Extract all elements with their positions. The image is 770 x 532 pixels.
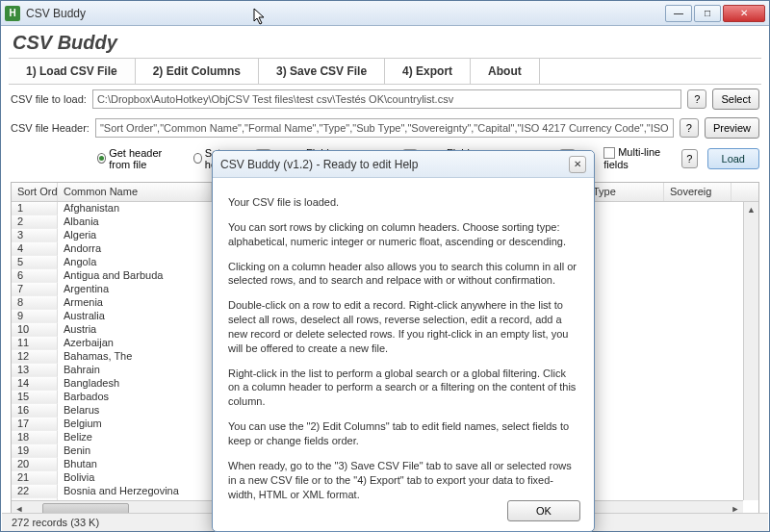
row-name: Antigua and Barbuda — [58, 269, 212, 283]
row-number: 8 — [12, 296, 58, 310]
row-name: Argentina — [58, 283, 212, 296]
row-name: Bahrain — [58, 364, 212, 377]
row-name: Algeria — [58, 229, 212, 242]
multiline-help[interactable]: ? — [681, 149, 698, 168]
row-number: 15 — [12, 391, 58, 404]
row-name: Austria — [58, 323, 212, 337]
row-name: Andorra — [58, 242, 212, 256]
row-number: 4 — [12, 242, 58, 256]
app-icon: H — [5, 6, 20, 21]
header-help-button[interactable]: ? — [680, 118, 699, 138]
maximize-button[interactable]: □ — [694, 5, 721, 22]
row-number: 22 — [12, 485, 58, 498]
close-button[interactable]: ✕ — [723, 5, 765, 22]
row-number: 11 — [12, 337, 58, 350]
dialog-p4: Double-click on a row to edit a record. … — [228, 298, 578, 355]
row-number: 7 — [12, 283, 58, 296]
row-name: Barbados — [58, 391, 212, 404]
row-name: Australia — [58, 310, 212, 323]
col-common-name[interactable]: Common Name — [58, 183, 212, 201]
row-name: Bolivia — [58, 471, 212, 485]
multiline-check[interactable]: Multi-line fields — [603, 146, 672, 170]
titlebar[interactable]: H CSV Buddy — □ ✕ — [1, 1, 769, 26]
dialog-body: Your CSV file is loaded. You can sort ro… — [213, 178, 594, 518]
tab-export[interactable]: 4) Export — [385, 59, 471, 84]
row-number: 1 — [12, 202, 58, 215]
load-button[interactable]: Load — [707, 148, 759, 169]
radio-get-header[interactable]: Get header from file — [97, 147, 184, 170]
row-name: Afghanistan — [58, 202, 212, 215]
help-dialog: CSV Buddy (v1.2) - Ready to edit Help ✕ … — [212, 150, 595, 532]
row-name: Belize — [58, 431, 212, 444]
row-name: Angola — [58, 256, 212, 269]
row-number: 19 — [12, 444, 58, 458]
select-button[interactable]: Select — [712, 89, 759, 110]
dialog-ok-button[interactable]: OK — [507, 500, 580, 521]
row-number: 2 — [12, 215, 58, 229]
row-name: Bhutan — [58, 458, 212, 471]
tab-load[interactable]: 1) Load CSV File — [9, 59, 136, 84]
tab-about[interactable]: About — [471, 59, 540, 84]
tabs: 1) Load CSV File 2) Edit Columns 3) Save… — [9, 58, 761, 85]
row-number: 10 — [12, 323, 58, 337]
row-number: 18 — [12, 431, 58, 444]
row-name: Bangladesh — [58, 377, 212, 391]
row-number: 12 — [12, 350, 58, 364]
row-name: Azerbaijan — [58, 337, 212, 350]
file-input[interactable] — [92, 89, 682, 109]
row-name: Albania — [58, 215, 212, 229]
row-number: 21 — [12, 471, 58, 485]
row-name: Benin — [58, 444, 212, 458]
file-label: CSV file to load: — [11, 93, 87, 105]
dialog-p6: You can use the "2) Edit Columns" tab to… — [228, 419, 578, 448]
row-name: Bosnia and Herzegovina — [58, 485, 212, 498]
row-number: 3 — [12, 229, 58, 242]
file-help-button[interactable]: ? — [687, 89, 706, 109]
row-number: 5 — [12, 256, 58, 269]
row-number: 9 — [12, 310, 58, 323]
row-number: 6 — [12, 269, 58, 283]
row-number: 16 — [12, 404, 58, 418]
dialog-titlebar[interactable]: CSV Buddy (v1.2) - Ready to edit Help ✕ — [213, 151, 594, 178]
header-label: CSV file Header: — [11, 122, 90, 134]
dialog-p7: When ready, go to the "3) Save CSV File"… — [228, 459, 578, 502]
row-name: Belgium — [58, 418, 212, 431]
dialog-title: CSV Buddy (v1.2) - Ready to edit Help — [220, 158, 418, 171]
col-sort-order[interactable]: Sort Order — [12, 183, 58, 201]
minimize-button[interactable]: — — [665, 5, 692, 22]
col-sovereig[interactable]: Sovereig — [664, 183, 732, 201]
row-number: 14 — [12, 377, 58, 391]
dialog-p2: You can sort rows by clicking on column … — [228, 220, 578, 249]
preview-button[interactable]: Preview — [705, 117, 759, 139]
row-number: 20 — [12, 458, 58, 471]
dialog-p3: Clicking on a column header also allows … — [228, 260, 578, 289]
row-name: Armenia — [58, 296, 212, 310]
tab-edit[interactable]: 2) Edit Columns — [136, 59, 259, 84]
dialog-p1: Your CSV file is loaded. — [228, 195, 578, 210]
scroll-up-icon[interactable]: ▲ — [744, 202, 758, 217]
row-number: 17 — [12, 418, 58, 431]
col-type[interactable]: Type — [587, 183, 664, 201]
row-number: 13 — [12, 364, 58, 377]
row-name: Belarus — [58, 404, 212, 418]
header-input[interactable] — [95, 118, 674, 138]
dialog-p5: Right-click in the list to perform a glo… — [228, 367, 578, 410]
vertical-scrollbar[interactable]: ▲ — [743, 202, 758, 500]
dialog-close-icon[interactable]: ✕ — [569, 156, 586, 173]
app-title: CSV Buddy — [1, 26, 769, 58]
tab-save[interactable]: 3) Save CSV File — [259, 59, 385, 84]
window-title: CSV Buddy — [26, 7, 665, 20]
row-name: Bahamas, The — [58, 350, 212, 364]
